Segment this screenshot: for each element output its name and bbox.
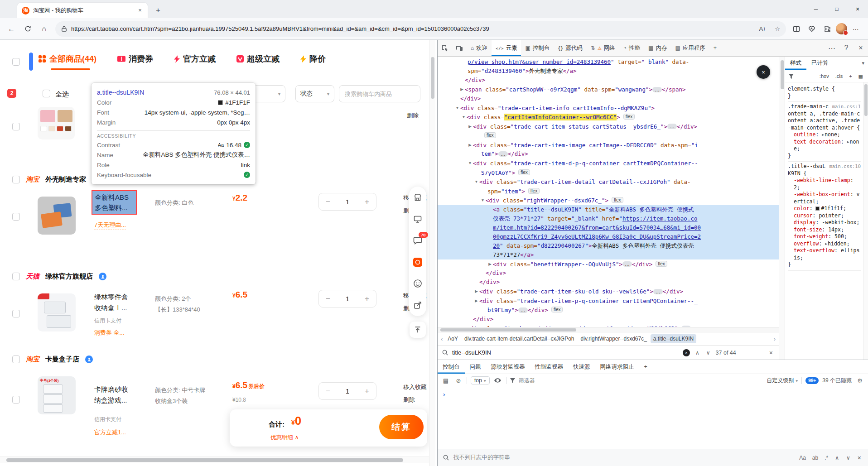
css-declaration[interactable]: color: #1f1f1f; xyxy=(788,205,861,212)
tree-horizontal-scrollbar[interactable] xyxy=(438,327,779,332)
shop-checkbox[interactable] xyxy=(12,176,20,183)
console-filter-input[interactable] xyxy=(519,377,763,384)
css-selector[interactable]: element.style { xyxy=(788,86,835,92)
expand-arrow-icon[interactable]: ▶ xyxy=(461,324,467,327)
tab-coupons[interactable]: 消费券 xyxy=(117,53,153,64)
search-prev-icon[interactable]: ∧ xyxy=(694,350,701,356)
css-declaration[interactable]: display: -webkit-box; xyxy=(788,219,861,226)
dom-tree-line[interactable]: ▼<div class="rightWrapper--dsxd67c_">fle… xyxy=(438,196,779,205)
product-image[interactable] xyxy=(38,293,76,331)
dom-tree-line[interactable]: ▶<div class="benefitWrapper--OQuVuUjS">…… xyxy=(438,259,779,269)
item-sku[interactable]: 颜色分类: 白色 xyxy=(155,197,193,208)
back-to-top-button[interactable] xyxy=(410,322,426,338)
quantity-value[interactable]: 1 xyxy=(337,198,358,206)
find-message[interactable]: 找不到日志中的字符串 xyxy=(453,454,794,461)
item-sku[interactable]: 颜色分类: 2个 【长】133*84*40 xyxy=(155,293,200,315)
tab-official-discount[interactable]: 官方立减 xyxy=(174,53,216,64)
product-image[interactable] xyxy=(38,107,75,139)
clear-search-icon[interactable]: × xyxy=(683,349,690,356)
expand-arrow-icon[interactable]: ▶ xyxy=(473,296,479,305)
dom-tree-line[interactable]: ▶<div class="trade-cart-item-sku-old sku… xyxy=(438,287,779,296)
device-toolbar-icon[interactable] xyxy=(452,40,467,56)
collapse-arrow-icon[interactable]: ▼ xyxy=(454,103,460,112)
log-levels-dropdown[interactable]: 自定义级别▾ xyxy=(767,377,798,384)
back-button[interactable]: ← xyxy=(4,21,19,37)
flex-badge[interactable]: flex xyxy=(484,132,496,138)
flex-badge[interactable]: flex xyxy=(551,307,563,312)
tab-all-items[interactable]: 全部商品(44) xyxy=(38,53,96,64)
dom-tree-line[interactable]: </div> xyxy=(438,278,779,287)
page-horizontal-scrollbar[interactable] xyxy=(0,456,429,463)
increase-button[interactable]: + xyxy=(358,387,376,396)
wangwang-icon[interactable] xyxy=(99,273,106,280)
css-source-link[interactable]: main.css:10 xyxy=(829,163,861,170)
checkout-button[interactable]: 结算 xyxy=(379,415,424,439)
collapse-arrow-icon[interactable]: ▼ xyxy=(461,112,467,121)
settings-menu-icon[interactable]: ⋯ xyxy=(849,22,863,36)
devtools-tab-network[interactable]: ⚠网络 xyxy=(587,40,619,56)
dom-tree-line[interactable]: 00gmzzL7CCXfKri9_Z4yvGeULtMZ18p6Kw_G8I3a… xyxy=(438,232,779,241)
css-declaration[interactable]: outline: ▶none; xyxy=(788,131,861,139)
inline-expand-button[interactable]: … xyxy=(652,87,662,92)
tab-super-discount[interactable]: 超级立减 xyxy=(236,53,280,64)
smiley-icon[interactable] xyxy=(413,279,423,288)
address-bar[interactable]: https://cart.taobao.com/cart.htm?spm=a21… xyxy=(55,21,786,37)
dom-tree-line[interactable]: <a class="title--dsuLK9IN" title="全新料ABS… xyxy=(438,205,779,214)
dom-tree-line[interactable]: ▶<span class="cartShopWW--o9rX2qgm" data… xyxy=(438,85,779,94)
extensions-icon[interactable] xyxy=(820,22,834,36)
devtools-tab-elements[interactable]: 元素 xyxy=(492,40,521,56)
expand-arrow-icon[interactable]: ▶ xyxy=(467,140,473,149)
tab-styles[interactable]: 样式 xyxy=(785,57,806,70)
drawer-more-tabs-button[interactable]: + xyxy=(639,360,652,374)
match-case-toggle[interactable]: Aa xyxy=(798,455,807,461)
item-checkbox[interactable] xyxy=(12,396,20,404)
tab-computed[interactable]: 已计算 xyxy=(806,57,834,70)
browser-essentials-icon[interactable] xyxy=(805,22,819,36)
dom-tree-line[interactable]: ▼<div class="trade-cart-item-info cartIt… xyxy=(438,103,779,113)
expand-arrow-icon[interactable]: ▶ xyxy=(822,133,824,137)
devtools-menu-icon[interactable]: ⋯ xyxy=(825,40,839,56)
new-rule-button[interactable]: + xyxy=(848,72,853,80)
console-output[interactable]: › xyxy=(438,387,868,449)
dom-tree-line[interactable]: spm="item">flex xyxy=(438,187,779,196)
profile-avatar[interactable] xyxy=(836,23,847,34)
dom-tree-line[interactable]: </div> xyxy=(438,94,779,103)
css-source-link[interactable]: main.css:1 xyxy=(832,103,861,110)
search-close-icon[interactable]: × xyxy=(768,349,774,356)
tab-price-drop[interactable]: 降价 xyxy=(300,53,326,64)
quantity-value[interactable]: 1 xyxy=(337,295,358,303)
scrollbar-thumb[interactable] xyxy=(864,84,868,116)
select-all-checkbox[interactable] xyxy=(43,90,50,97)
decrease-button[interactable]: − xyxy=(319,387,337,396)
favorite-star-icon[interactable]: ☆ xyxy=(772,23,783,35)
wangwang-icon[interactable] xyxy=(85,356,93,363)
dom-tree-line[interactable]: flex xyxy=(438,131,779,140)
maximize-button[interactable]: □ xyxy=(826,0,847,18)
inline-expand-button[interactable]: … xyxy=(518,307,528,313)
breadcrumb-item[interactable]: div.trade-cart-item-detail.cartDetail--c… xyxy=(462,334,577,343)
scrollbar-thumb[interactable] xyxy=(781,60,784,89)
flex-badge[interactable]: flex xyxy=(518,169,530,175)
item-checkbox[interactable] xyxy=(12,213,20,221)
css-declaration[interactable]: text-overflow: ellipsis; xyxy=(788,247,861,261)
inline-expand-button[interactable]: … xyxy=(667,124,677,129)
devtools-tab-console[interactable]: 控制台 xyxy=(521,40,554,56)
share-icon[interactable] xyxy=(413,300,423,310)
css-declaration[interactable]: overflow: ▶hidden; xyxy=(788,240,861,248)
product-image[interactable]: 中号(3个装) xyxy=(38,376,76,414)
dom-tree-line[interactable]: spm="d2483139460">外壳制造专家</a> xyxy=(438,67,779,76)
dom-tree-line[interactable]: ▼<div class="trade-cart-item-detail cart… xyxy=(438,177,779,187)
devtools-tab-application[interactable]: 应用程序 xyxy=(671,40,709,56)
dom-tree-line[interactable]: bt9FLmy">…</div>flex xyxy=(438,305,779,315)
styles-scrollbar[interactable] xyxy=(863,82,868,360)
window-close-button[interactable]: × xyxy=(847,0,868,18)
devtools-tab-memory[interactable]: 内存 xyxy=(644,40,671,56)
discount-detail-link[interactable]: 优惠明细 ∧ xyxy=(270,434,299,442)
inspected-item-title[interactable]: 全新料ABS 多色塑料... xyxy=(92,190,137,215)
expand-arrow-icon[interactable]: ▶ xyxy=(847,140,849,144)
dom-tree-line[interactable]: p/view_shop.htm?&user_number_id=24831394… xyxy=(438,58,779,67)
new-tab-button[interactable]: + xyxy=(152,5,164,16)
context-dropdown[interactable]: top▾ xyxy=(471,376,490,384)
monitor-icon[interactable] xyxy=(413,214,423,224)
store-icon[interactable] xyxy=(413,192,423,202)
